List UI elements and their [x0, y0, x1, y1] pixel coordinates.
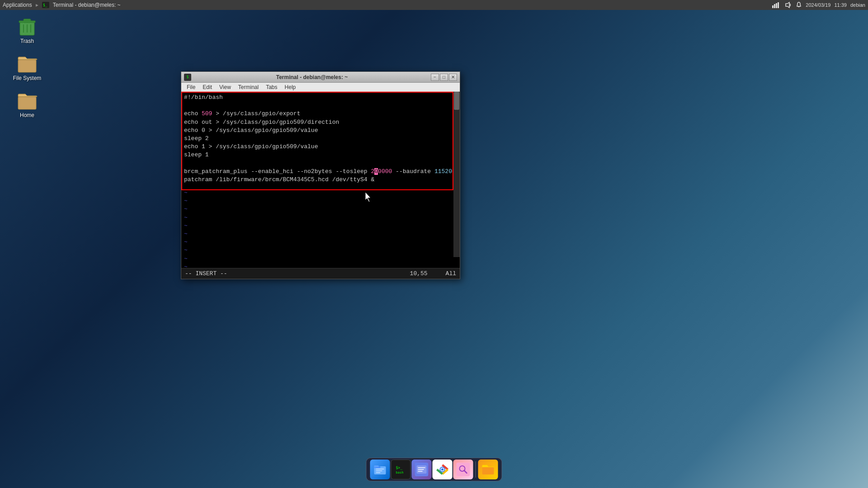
line-patchram: patchram /lib/firmware/brcm/BCM4345C5.hc… [184, 176, 374, 183]
maximize-button[interactable]: □ [440, 74, 448, 81]
dock-separator [476, 461, 476, 478]
search-dock-icon [457, 463, 470, 476]
tasks-dock-icon [415, 463, 429, 476]
minimize-button[interactable]: − [431, 74, 439, 81]
svg-rect-4 [776, 3, 777, 8]
taskbar-terminal-label[interactable]: Terminal - debian@meles: ~ [53, 2, 121, 8]
line-sleep-2: sleep 2 [184, 135, 209, 142]
terminal-titlebar: $ Terminal - debian@meles: ~ − □ ✕ [181, 72, 460, 83]
menu-edit[interactable]: Edit [199, 83, 216, 91]
svg-marker-6 [786, 2, 789, 8]
dock-folder-button[interactable] [478, 460, 498, 479]
minimize-icon: − [434, 75, 436, 80]
volume-icon [785, 2, 792, 8]
line-echo-out: echo out > /sys/class/gpio/gpio509/direc… [184, 119, 339, 126]
line-echo-0: echo 0 > /sys/class/gpio/gpio509/value [184, 127, 318, 134]
taskbar-bottom: $>_ bash [366, 458, 502, 481]
vim-scroll-position: All [446, 270, 456, 277]
svg-rect-22 [376, 472, 381, 473]
tilde-line-7: ~ [184, 238, 188, 246]
menu-terminal[interactable]: Terminal [235, 83, 262, 91]
menu-help[interactable]: Help [281, 83, 300, 91]
vim-mode-indicator: -- INSERT -- [185, 270, 227, 277]
terminal-body[interactable]: #!/bin/bash echo 509 > /sys/class/gpio/e… [181, 92, 460, 268]
date-display: 2024/03/19 [806, 2, 830, 8]
folder-dock-icon [481, 463, 495, 476]
tilde-line-3: ~ [184, 205, 188, 213]
signal-icon [772, 2, 781, 8]
svg-rect-14 [18, 60, 36, 72]
line-echo-1: echo 1 > /sys/class/gpio/gpio509/value [184, 143, 318, 150]
menu-file[interactable]: File [183, 83, 199, 91]
terminal-title-text: Terminal - debian@meles: ~ [193, 74, 431, 80]
trash-icon-item[interactable]: Trash [9, 14, 45, 46]
close-icon: ✕ [451, 75, 455, 80]
applications-label[interactable]: Applications [3, 2, 32, 8]
dock-files-button[interactable] [370, 460, 390, 479]
terminal-window: $ Terminal - debian@meles: ~ − □ ✕ File … [181, 71, 460, 279]
svg-rect-37 [457, 463, 470, 476]
vim-position-area: 10,55 All [410, 270, 456, 277]
home-label: Home [20, 112, 34, 118]
terminal-icon-small: $_ [42, 2, 49, 8]
line-shebang: #!/bin/bash [184, 94, 223, 101]
dock-tasks-button[interactable] [412, 460, 432, 479]
dock-terminal-button[interactable]: $>_ bash [391, 460, 411, 479]
tilde-line-8: ~ [184, 246, 188, 254]
desktop: Applications ▸ $_ Terminal - debian@mele… [0, 0, 868, 488]
terminal-window-icon: $ [184, 74, 191, 81]
close-button[interactable]: ✕ [449, 74, 457, 81]
terminal-menubar: File Edit View Terminal Tabs Help [181, 83, 460, 92]
home-icon-image [16, 89, 38, 111]
svg-rect-15 [18, 97, 36, 109]
svg-rect-19 [374, 465, 379, 467]
vim-line-col: 10,55 [410, 270, 428, 277]
system-icons: 2024/03/19 11:39 debian [772, 2, 865, 8]
tilde-line-9: ~ [184, 255, 188, 263]
line-brcm: brcm_patchram_plus --enable_hci --no2byt… [184, 168, 460, 175]
files-dock-icon [373, 463, 387, 476]
tilde-line-2: ~ [184, 197, 188, 205]
dock-chrome-button[interactable] [433, 460, 453, 479]
filesystem-icon-item[interactable]: File System [9, 51, 45, 83]
svg-text:$>_: $>_ [396, 466, 403, 470]
filesystem-label: File System [13, 75, 42, 81]
line-echo-509: echo 509 > /sys/class/gpio/export [184, 110, 300, 117]
tilde-line-5: ~ [184, 222, 188, 230]
svg-rect-2 [772, 5, 774, 8]
taskbar-separator: ▸ [36, 2, 38, 8]
dock-search-button[interactable] [453, 460, 473, 479]
terminal-scrollbar[interactable] [453, 92, 460, 257]
desktop-icons: Trash File System Home [9, 14, 45, 120]
svg-rect-3 [774, 4, 775, 8]
taskbar-top-right: 2024/03/19 11:39 debian [772, 2, 865, 8]
svg-text:$_: $_ [43, 3, 47, 7]
menu-view[interactable]: View [216, 83, 235, 91]
terminal-window-controls: − □ ✕ [431, 74, 457, 81]
tilde-line-4: ~ [184, 214, 188, 222]
taskbar-top-left: Applications ▸ $_ Terminal - debian@mele… [3, 2, 121, 8]
svg-text:bash: bash [396, 471, 404, 474]
taskbar-top: Applications ▸ $_ Terminal - debian@mele… [0, 0, 868, 10]
terminal-dock-icon: $>_ bash [394, 463, 408, 476]
svg-rect-5 [778, 2, 779, 8]
filesystem-icon-image [16, 52, 38, 74]
clock-display: 11:39 [834, 2, 847, 8]
svg-point-36 [441, 469, 443, 471]
distro-label: debian [850, 2, 865, 8]
tilde-line-1: ~ [184, 189, 188, 197]
menu-tabs[interactable]: Tabs [262, 83, 281, 91]
tilde-line-6: ~ [184, 230, 188, 238]
terminal-content-area[interactable]: #!/bin/bash echo 509 > /sys/class/gpio/e… [181, 92, 460, 268]
terminal-status-bar: -- INSERT -- 10,55 All [181, 268, 460, 279]
trash-label: Trash [20, 38, 34, 44]
maximize-icon: □ [443, 75, 445, 80]
vim-tilde-lines: ~ ~ ~ ~ ~ ~ ~ ~ ~ ~ ~ ~ ~ ~ [184, 189, 188, 268]
svg-rect-40 [482, 467, 494, 474]
trash-icon-image [16, 15, 38, 37]
svg-rect-10 [19, 21, 35, 23]
scrollbar-thumb[interactable] [454, 92, 459, 110]
terminal-icon-area: $ [184, 74, 193, 81]
tilde-line-10: ~ [184, 263, 188, 268]
home-icon-item[interactable]: Home [9, 88, 45, 120]
